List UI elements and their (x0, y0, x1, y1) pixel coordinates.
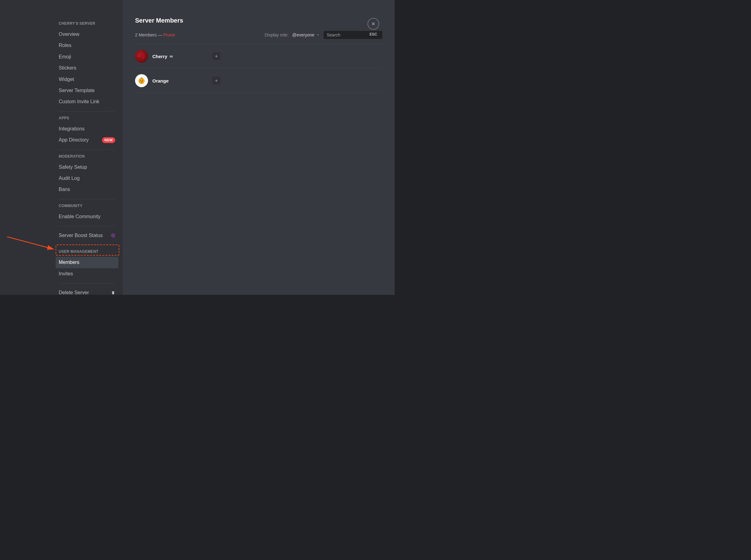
sidebar-item-label: Audit Log (59, 175, 80, 182)
role-select[interactable]: @everyone (292, 33, 320, 37)
prune-link[interactable]: Prune (163, 33, 175, 37)
sidebar-item-roles[interactable]: Roles (59, 40, 115, 51)
sidebar-item-label: Overview (59, 31, 79, 38)
member-name-text: Orange (153, 78, 169, 83)
svg-point-0 (113, 235, 114, 236)
chevron-down-icon (316, 33, 320, 37)
orange-avatar-icon (137, 76, 146, 85)
role-selected-value: @everyone (292, 33, 314, 37)
avatar (135, 74, 148, 87)
member-name: Orange (153, 78, 208, 83)
sidebar-item-label: Roles (59, 42, 72, 49)
sidebar-item-custom-invite-link[interactable]: Custom Invite Link (59, 96, 115, 107)
sidebar-item-invites[interactable]: Invites (59, 268, 115, 279)
sidebar-item-label: Invites (59, 271, 73, 277)
members-toolbar: 2 Members — Prune Display role: @everyon… (135, 31, 382, 39)
svg-point-7 (142, 80, 143, 81)
sidebar-item-widget[interactable]: Widget (59, 74, 115, 85)
divider (59, 283, 115, 283)
sidebar-item-delete-server[interactable]: Delete Server (59, 287, 115, 295)
page-title: Server Members (135, 17, 382, 24)
member-name-text: Cherry (153, 54, 167, 59)
sidebar-item-server-boost[interactable]: Server Boost Status (59, 230, 115, 241)
divider (59, 199, 115, 199)
close-circle (367, 18, 379, 30)
svg-point-5 (139, 78, 145, 84)
member-row[interactable]: Cherry (135, 44, 382, 68)
add-role-button[interactable] (212, 77, 220, 85)
sidebar-item-label: Members (59, 259, 79, 266)
avatar (135, 50, 148, 63)
sidebar-item-bans[interactable]: Bans (59, 184, 115, 195)
close-icon (371, 21, 376, 26)
add-role-button[interactable] (212, 52, 220, 60)
sidebar-item-label: Enable Community (59, 213, 100, 220)
svg-point-4 (139, 56, 140, 57)
member-name: Cherry (153, 54, 208, 59)
sidebar-item-enable-community[interactable]: Enable Community (59, 211, 115, 222)
new-badge: NEW (102, 137, 115, 143)
cherry-avatar-icon (137, 52, 146, 61)
settings-sidebar: CHERRY'S SERVER Overview Roles Emoji Sti… (0, 0, 123, 295)
sidebar-item-label: App Directory (59, 137, 89, 143)
boost-icon (111, 233, 115, 238)
close-button[interactable]: ESC (367, 18, 379, 37)
main-content: Server Members 2 Members — Prune Display… (123, 0, 395, 295)
display-role-label: Display role: (265, 33, 288, 37)
sidebar-item-label: Server Template (59, 87, 95, 94)
member-row[interactable]: Orange (135, 68, 382, 93)
section-header-apps: APPS (59, 116, 115, 120)
section-header-moderation: MODERATION (59, 154, 115, 159)
sidebar-item-overview[interactable]: Overview (59, 29, 115, 40)
divider (59, 149, 115, 150)
sidebar-item-integrations[interactable]: Integrations (59, 123, 115, 135)
sidebar-item-server-template[interactable]: Server Template (59, 85, 115, 96)
sidebar-item-label: Custom Invite Link (59, 98, 100, 105)
toolbar-right: Display role: @everyone (265, 31, 382, 39)
sidebar-item-stickers[interactable]: Stickers (59, 62, 115, 74)
plus-icon (214, 79, 219, 83)
sidebar-item-label: Integrations (59, 125, 85, 132)
sidebar-item-label: Bans (59, 186, 70, 193)
sidebar-item-label: Safety Setup (59, 164, 87, 171)
owner-crown-icon (169, 54, 174, 58)
sidebar-item-label: Delete Server (59, 289, 89, 295)
svg-point-8 (141, 77, 142, 78)
divider (59, 111, 115, 112)
divider (59, 226, 115, 226)
svg-point-3 (141, 55, 145, 58)
sidebar-item-safety-setup[interactable]: Safety Setup (59, 162, 115, 173)
member-count: 2 Members — Prune (135, 33, 175, 37)
sidebar-item-emoji[interactable]: Emoji (59, 51, 115, 62)
sidebar-item-label: Stickers (59, 65, 76, 72)
section-header-community: COMMUNITY (59, 204, 115, 208)
trash-icon (111, 291, 115, 295)
sidebar-item-members[interactable]: Members (56, 257, 118, 268)
sidebar-item-label: Widget (59, 76, 74, 83)
plus-icon (214, 54, 219, 58)
esc-label: ESC (370, 32, 377, 37)
sidebar-item-audit-log[interactable]: Audit Log (59, 173, 115, 184)
svg-point-6 (140, 80, 141, 81)
sidebar-item-label: Server Boost Status (59, 232, 103, 239)
divider (59, 245, 115, 245)
sidebar-item-app-directory[interactable]: App Directory NEW (59, 135, 115, 145)
section-header-user-management: USER MANAGEMENT (59, 249, 115, 254)
section-header-server: CHERRY'S SERVER (59, 21, 115, 26)
member-count-text: 2 Members — (135, 33, 162, 37)
sidebar-item-label: Emoji (59, 54, 71, 60)
